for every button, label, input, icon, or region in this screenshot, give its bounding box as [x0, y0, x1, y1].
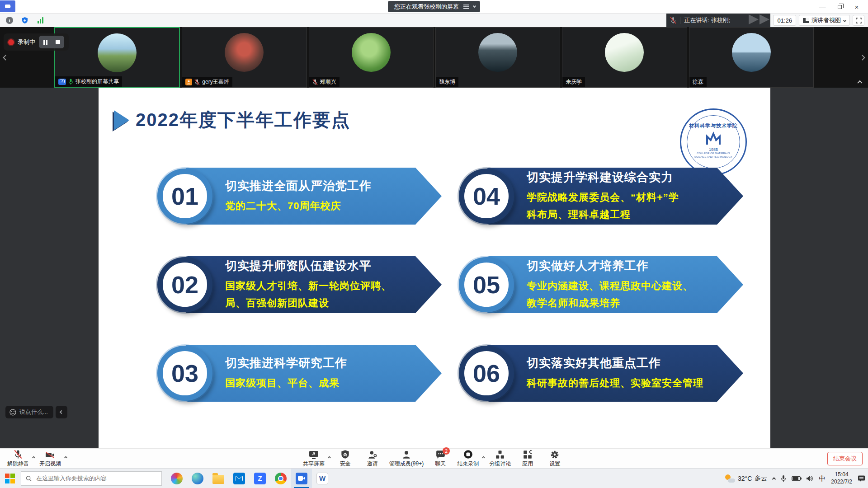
end-meeting-button[interactable]: 结束会议: [827, 452, 863, 465]
menu-icon[interactable]: [463, 5, 469, 9]
recording-dot-icon: [8, 39, 14, 45]
record-options-chevron[interactable]: [482, 452, 485, 460]
taskbar-app-edge[interactable]: [187, 469, 208, 488]
breakout-rooms-button[interactable]: 分组讨论: [486, 448, 514, 469]
item-title: 切实提升师资队伍建设水平: [225, 258, 410, 274]
volume-icon[interactable]: [806, 475, 813, 482]
taskbar-app-meeting[interactable]: [291, 469, 312, 488]
fullscreen-button[interactable]: [853, 15, 864, 26]
participant-tile[interactable]: 魏东博: [435, 27, 560, 88]
meeting-timer: 01:26: [773, 15, 796, 26]
item-sub: 国家级人才引培、新一轮岗位评聘、: [225, 277, 410, 295]
weather-temp: 32°C: [738, 475, 752, 482]
participant-name: 来庆学: [566, 78, 582, 86]
strip-prev-button[interactable]: [4, 53, 8, 61]
tray-mic-icon[interactable]: [781, 475, 786, 482]
end-recording-button[interactable]: 结束录制: [454, 448, 481, 469]
item-sub: 科研事故的善后处理、实验室安全管理: [527, 375, 712, 392]
taskbar-app-explorer[interactable]: [208, 469, 229, 488]
taskbar-clock[interactable]: 15:04 2022/7/2: [831, 471, 852, 485]
shared-screen-area: 2022年度下半年工作要点 材料科学与技术学院 1985 COLLEGE OF …: [0, 88, 868, 448]
taskbar-app-z[interactable]: Z: [250, 469, 270, 488]
clock-time: 15:04: [831, 471, 852, 479]
taskbar-app-wps[interactable]: W: [312, 469, 333, 488]
action-center-icon[interactable]: [858, 475, 865, 482]
pause-recording-button[interactable]: [39, 36, 52, 48]
strip-next-button[interactable]: [860, 53, 864, 61]
mic-options-chevron[interactable]: [33, 452, 35, 460]
restore-button[interactable]: [831, 0, 848, 13]
taskbar-search[interactable]: [21, 471, 162, 486]
security-shield-button[interactable]: [19, 15, 31, 25]
screen-share-icon: [58, 79, 66, 85]
system-tray: 32°C 多云 中 15:04 2022/7/2: [725, 469, 865, 488]
share-options-chevron[interactable]: [328, 452, 330, 460]
avatar: [225, 33, 264, 72]
weather-widget[interactable]: 32°C 多云: [725, 474, 767, 483]
hidden-icons-chevron[interactable]: [773, 477, 775, 480]
divider: [680, 17, 680, 24]
invite-person-icon: [368, 449, 377, 459]
mic-on-icon: [68, 79, 73, 85]
participant-name-tag: gery王嘉焯: [182, 77, 232, 87]
search-input[interactable]: [35, 474, 157, 482]
meeting-info-button[interactable]: i: [4, 15, 15, 25]
start-video-button[interactable]: 开启视频: [37, 448, 64, 469]
edge-icon: [192, 473, 203, 484]
taskbar-app-mail[interactable]: [229, 469, 250, 488]
item-title: 切实提升学科建设综合实力: [527, 169, 712, 185]
photos-icon: [171, 473, 183, 484]
strip-collapse-button[interactable]: [858, 78, 862, 86]
apps-button[interactable]: 应用: [514, 448, 541, 469]
battery-icon[interactable]: [792, 476, 801, 481]
quick-chat-collapse-button[interactable]: [56, 406, 67, 418]
camera-muted-icon: [45, 449, 55, 459]
quick-chat-input[interactable]: 说点什么...: [5, 406, 53, 418]
work-item-03: 切实推进科学研究工作 国家级项目、平台、成果 03: [157, 345, 442, 402]
signal-bars-icon: [38, 17, 43, 23]
share-screen-icon: [309, 449, 319, 459]
work-item-06: 切实落实好其他重点工作 科研事故的善后处理、实验室安全管理 06: [459, 345, 743, 402]
camera-options-chevron[interactable]: [65, 452, 67, 460]
stop-record-icon: [463, 449, 473, 459]
title-triangle-icon: [114, 110, 129, 130]
unmute-button[interactable]: 解除静音: [5, 448, 32, 469]
gear-icon: [550, 449, 559, 459]
participant-tile[interactable]: 来庆学: [562, 27, 687, 88]
minimize-button[interactable]: —: [814, 0, 831, 13]
network-signal-button[interactable]: [34, 15, 46, 25]
chevron-down-icon: [843, 19, 846, 22]
manage-members-button[interactable]: 管理成员(99+): [387, 448, 426, 469]
mic-muted-icon: [312, 79, 318, 85]
settings-button[interactable]: 设置: [542, 448, 568, 469]
recording-panel: 录制中: [4, 33, 69, 51]
decor-arrows-icon: [749, 14, 769, 24]
z-app-icon: Z: [254, 473, 266, 484]
wps-icon: W: [316, 473, 328, 484]
layout-icon: [803, 18, 809, 23]
participant-tile[interactable]: 张校刚的屏幕共享: [54, 27, 180, 88]
mail-icon: [233, 473, 245, 484]
taskbar-app-photos[interactable]: [166, 469, 187, 488]
close-button[interactable]: ×: [848, 0, 865, 13]
chat-button[interactable]: 2 聊天: [427, 448, 453, 469]
security-button[interactable]: 安全: [332, 448, 359, 469]
ime-indicator[interactable]: 中: [819, 474, 826, 483]
item-number: 04: [459, 169, 514, 224]
stop-recording-button[interactable]: [52, 36, 64, 48]
participant-tile[interactable]: 徐森: [689, 27, 814, 88]
speaking-panel: 正在讲话: 张校刚;: [666, 14, 770, 27]
participant-tile[interactable]: gery王嘉焯: [182, 27, 307, 88]
search-icon: [26, 475, 32, 482]
quick-chat: 说点什么...: [5, 406, 67, 418]
view-mode-button[interactable]: 演讲者视图: [799, 15, 850, 26]
participant-name: gery王嘉焯: [202, 78, 229, 86]
participant-tile[interactable]: 郑顺兴: [309, 27, 434, 88]
share-screen-button[interactable]: 共享屏幕: [300, 448, 327, 469]
invite-button[interactable]: 邀请: [359, 448, 386, 469]
watching-banner[interactable]: 您正在观看张校刚的屏幕: [388, 1, 480, 12]
taskbar-app-chrome[interactable]: [270, 469, 291, 488]
work-item-05: 切实做好人才培养工作 专业内涵建设、课程思政中心建设、教学名师和成果培养 05: [459, 256, 743, 313]
start-button[interactable]: [0, 469, 20, 488]
folder-icon: [212, 475, 224, 484]
